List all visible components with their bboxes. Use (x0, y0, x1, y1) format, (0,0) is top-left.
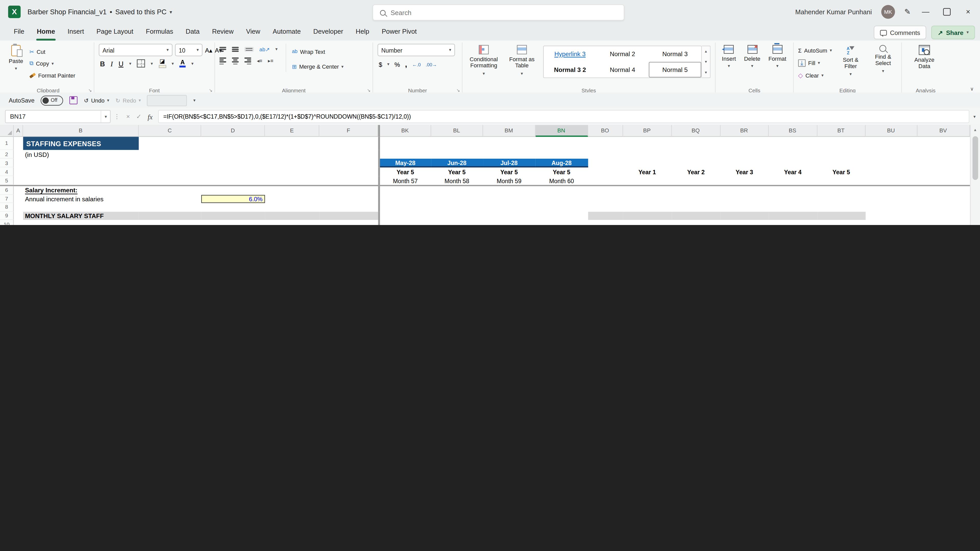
cell-E9[interactable] (265, 212, 319, 220)
cell-BR9[interactable] (720, 212, 768, 220)
cell-B10[interactable] (23, 220, 139, 225)
cell-BQ5[interactable] (671, 176, 720, 185)
cell-BP4[interactable]: Year 1 (623, 167, 671, 176)
enter-icon[interactable]: ✓ (133, 113, 145, 120)
cell-BM2[interactable] (483, 150, 535, 159)
cell-F4[interactable] (319, 167, 378, 176)
autosum-button[interactable]: ΣAutoSum▾ (798, 45, 832, 56)
style-normal-4[interactable]: Normal 4 (596, 62, 649, 77)
col-header-BT[interactable]: BT (817, 125, 865, 137)
cell-BQ9[interactable] (671, 212, 720, 220)
row-header-2[interactable]: 2 (0, 150, 14, 159)
decrease-decimal-button[interactable]: .00→ (426, 62, 437, 67)
col-header-BO[interactable]: BO (588, 125, 623, 137)
menu-tab-view[interactable]: View (240, 24, 266, 41)
cell-E4[interactable] (265, 167, 319, 176)
align-top-button[interactable] (220, 47, 226, 52)
cell-BV4[interactable] (917, 167, 970, 176)
row-header-6[interactable]: 6 (0, 186, 14, 195)
cell-C5[interactable] (139, 176, 201, 185)
clear-button[interactable]: ◇Clear▾ (798, 70, 832, 81)
cell-BR7[interactable] (720, 195, 768, 203)
cell-BL10[interactable] (431, 220, 483, 225)
cell-BP1[interactable] (623, 137, 671, 150)
align-right-button[interactable] (245, 57, 251, 64)
cell-BV9[interactable] (917, 212, 970, 220)
cell-BU4[interactable] (865, 167, 917, 176)
menu-tab-formulas[interactable]: Formulas (140, 24, 180, 41)
autosave-toggle[interactable]: Off (41, 95, 63, 105)
cell-BK3[interactable]: May-28 (380, 159, 431, 167)
cell-BM10[interactable] (483, 220, 535, 225)
menu-tab-file[interactable]: File (7, 24, 30, 41)
delete-cells-button[interactable]: Delete▾ (742, 44, 762, 70)
cell-B1[interactable]: STAFFING EXPENSES (23, 137, 139, 150)
align-left-button[interactable] (220, 57, 226, 64)
minimize-button[interactable]: — (920, 7, 931, 16)
name-box[interactable]: BN17 ▾ (5, 110, 111, 123)
row-header-5[interactable]: 5 (0, 176, 14, 185)
col-header-E[interactable]: E (265, 125, 319, 137)
cell-BP7[interactable] (623, 195, 671, 203)
cell-B4[interactable] (23, 167, 139, 176)
cell-BQ1[interactable] (671, 137, 720, 150)
row-header-3[interactable]: 3 (0, 159, 14, 167)
cell-F1[interactable] (319, 137, 378, 150)
cell-C4[interactable] (139, 167, 201, 176)
cell-BO2[interactable] (588, 150, 623, 159)
cell-E2[interactable] (265, 150, 319, 159)
col-header-BL[interactable]: BL (431, 125, 483, 137)
col-header-BV[interactable]: BV (917, 125, 970, 137)
format-cells-button[interactable]: Format▾ (767, 44, 788, 70)
cell-BN9[interactable] (535, 212, 588, 220)
underline-button[interactable]: U (118, 60, 123, 67)
avatar[interactable]: MK (881, 5, 895, 19)
cell-BP9[interactable] (623, 212, 671, 220)
name-box-chevron-icon[interactable]: ▾ (101, 110, 110, 122)
col-header-C[interactable]: C (139, 125, 201, 137)
analyze-data-button[interactable]: Analyze Data (906, 44, 942, 71)
percent-style-button[interactable]: % (394, 61, 400, 68)
decrease-indent-button[interactable]: ◂≡ (257, 58, 262, 64)
conditional-formatting-button[interactable]: Conditional Formatting ▾ (467, 44, 501, 77)
cell-BM5[interactable]: Month 59 (483, 176, 535, 185)
qat-customize-icon[interactable]: ▾ (193, 98, 196, 103)
col-header-BP[interactable]: BP (623, 125, 671, 137)
cell-F2[interactable] (319, 150, 378, 159)
cell-BR1[interactable] (720, 137, 768, 150)
menu-tab-page-layout[interactable]: Page Layout (90, 24, 140, 41)
qat-customize-box[interactable] (147, 95, 187, 106)
cell-BR10[interactable] (720, 220, 768, 225)
row-header-1[interactable]: 1 (0, 137, 14, 150)
row-header-10[interactable]: 10 (0, 220, 14, 225)
user-name[interactable]: Mahender Kumar Punhani (795, 8, 872, 16)
cell-BT5[interactable] (817, 176, 865, 185)
scroll-up-icon[interactable]: ▴ (970, 125, 980, 135)
menu-tab-developer[interactable]: Developer (307, 24, 349, 41)
style-normal-5[interactable]: Normal 5 (649, 62, 701, 77)
row-header-7[interactable]: 7 (0, 195, 14, 203)
expand-formula-bar-icon[interactable]: ▾ (974, 114, 976, 119)
cell-BS3[interactable] (768, 159, 817, 167)
cell-B3[interactable] (23, 159, 139, 167)
cell-BQ8[interactable] (671, 203, 720, 211)
merge-center-button[interactable]: ⊞ Merge & Center ▾ (292, 61, 344, 72)
cell-BO6[interactable] (588, 186, 623, 195)
menu-tab-review[interactable]: Review (206, 24, 240, 41)
cut-button[interactable]: ✂Cut (29, 46, 75, 57)
cell-D4[interactable] (201, 167, 265, 176)
vertical-scrollbar[interactable]: ▴ ▾ (970, 125, 980, 225)
cell-BR6[interactable] (720, 186, 768, 195)
cancel-icon[interactable]: × (123, 113, 133, 120)
cell-C10[interactable] (139, 220, 201, 225)
menu-tab-insert[interactable]: Insert (61, 24, 90, 41)
cell-BT6[interactable] (817, 186, 865, 195)
style-normal-3-2[interactable]: Normal 3 2 (544, 62, 597, 77)
vertical-scroll-thumb[interactable] (972, 136, 978, 180)
col-header-BU[interactable]: BU (865, 125, 917, 137)
cell-BN1[interactable] (535, 137, 588, 150)
cell-C3[interactable] (139, 159, 201, 167)
maximize-button[interactable] (943, 8, 951, 16)
cell-BK6[interactable] (380, 186, 431, 195)
cell-BT9[interactable] (817, 212, 865, 220)
